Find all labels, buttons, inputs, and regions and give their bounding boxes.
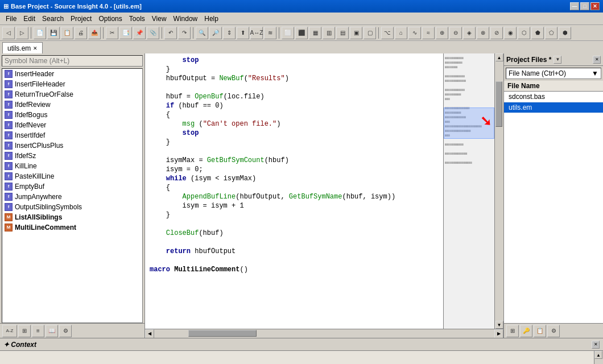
toolbar-btn-22[interactable]: ∿	[408, 27, 421, 39]
toolbar-btn-save[interactable]: 💾	[47, 27, 60, 39]
toolbar-btn-cut[interactable]: ✂	[106, 27, 118, 39]
hscroll-left[interactable]: ◀	[145, 329, 154, 338]
menu-search[interactable]: Search	[39, 14, 67, 24]
toolbar-btn-24[interactable]: ⊕	[436, 27, 448, 39]
project-file-dropdown[interactable]: File Name (Ctrl+O) ▼	[506, 68, 601, 79]
menu-options[interactable]: Options	[95, 14, 125, 24]
menu-window[interactable]: Window	[170, 14, 201, 24]
vscroll-up[interactable]: ▲	[495, 53, 503, 61]
app-icon: ⊞	[3, 3, 9, 10]
toolbar-btn-27[interactable]: ⊗	[477, 27, 489, 39]
toolbar-btn-13[interactable]: ⬜	[282, 27, 294, 39]
editor-vscrollbar[interactable]: ▲ ▼	[494, 53, 503, 329]
toolbar-btn-11[interactable]: A↔Z	[250, 27, 263, 39]
toolbar-btn-30[interactable]: ⬡	[518, 27, 530, 39]
proj-btn-3[interactable]: 📋	[534, 325, 546, 337]
toolbar-btn-3[interactable]: 📋	[61, 27, 73, 39]
sym-btn-2[interactable]: ≡	[32, 325, 44, 337]
sym-btn-4[interactable]: ⚙	[59, 325, 72, 337]
toolbar-btn-5[interactable]: 📤	[88, 27, 101, 39]
symbol-search-input[interactable]	[2, 56, 142, 66]
project-panel-menu[interactable]: ▼	[554, 56, 561, 64]
toolbar-btn-open[interactable]: 📄	[34, 27, 46, 39]
sym-btn-1[interactable]: ⊞	[18, 325, 31, 337]
toolbar-btn-10[interactable]: ⬆	[237, 27, 249, 39]
tab-utils-em[interactable]: utils.em ✕	[2, 42, 43, 53]
project-panel-close[interactable]: ✕	[593, 56, 601, 64]
symbol-search-box[interactable]	[2, 55, 143, 67]
symbol-item[interactable]: fInsertIfdef	[2, 130, 142, 140]
vscroll-thumb[interactable]	[495, 81, 502, 127]
hscroll-right[interactable]: ▶	[494, 329, 503, 338]
symbol-item[interactable]: fInsertHeader	[2, 69, 142, 79]
symbol-item[interactable]: fIfdefNever	[2, 120, 142, 130]
menu-file[interactable]: File	[2, 14, 20, 24]
toolbar-btn-1[interactable]: ◁	[2, 27, 15, 39]
symbol-item[interactable]: MMultiLineComment	[2, 222, 142, 233]
symbol-item[interactable]: fEmptyBuf	[2, 181, 142, 192]
symbol-item[interactable]: fIfdefSz	[2, 151, 142, 161]
toolbar-btn-29[interactable]: ◉	[504, 27, 517, 39]
toolbar-btn-12[interactable]: ≋	[264, 27, 276, 39]
symbol-item[interactable]: fIfdefReview	[2, 100, 142, 110]
minimize-button[interactable]: —	[570, 2, 579, 10]
menu-project[interactable]: Project	[67, 14, 95, 24]
proj-btn-4[interactable]: ⚙	[547, 325, 560, 337]
symbol-item[interactable]: MListAllSiblings	[2, 212, 142, 222]
menu-edit[interactable]: Edit	[20, 14, 39, 24]
maximize-button[interactable]: □	[580, 2, 589, 10]
context-vscrollbar[interactable]: ▲ ▼	[594, 351, 603, 364]
file-item-utils[interactable]: utils.em	[504, 102, 603, 113]
symbol-item[interactable]: fKillLine	[2, 161, 142, 171]
toolbar-btn-15[interactable]: ▦	[309, 27, 321, 39]
symbol-item[interactable]: fReturnTrueOrFalse	[2, 89, 142, 100]
sym-az-btn[interactable]: A-Z	[2, 325, 17, 337]
toolbar-btn-copy[interactable]: 📑	[119, 27, 132, 39]
toolbar-btn-20[interactable]: ⌥	[381, 27, 394, 39]
toolbar-btn-28[interactable]: ⊘	[490, 27, 503, 39]
menu-view[interactable]: View	[148, 14, 170, 24]
context-close-button[interactable]: ✕	[592, 341, 600, 349]
symbol-item[interactable]: fInsertCPlusPlus	[2, 140, 142, 151]
toolbar-btn-9[interactable]: ⇕	[223, 27, 236, 39]
symbol-item[interactable]: fPasteKillLine	[2, 171, 142, 181]
menu-help[interactable]: Help	[201, 14, 222, 24]
toolbar-btn-33[interactable]: ⬢	[559, 27, 571, 39]
symbol-item[interactable]: fInsertFileHeader	[2, 79, 142, 89]
toolbar-btn-2[interactable]: ▷	[16, 27, 28, 39]
toolbar-btn-redo[interactable]: ↷	[178, 27, 191, 39]
toolbar-btn-25[interactable]: ⊖	[449, 27, 462, 39]
menu-tools[interactable]: Tools	[126, 14, 148, 24]
toolbar-btn-7[interactable]: 🔍	[196, 27, 208, 39]
toolbar-btn-21[interactable]: ⌂	[395, 27, 407, 39]
sym-btn-3[interactable]: 📖	[46, 325, 58, 337]
symbol-item[interactable]: fJumpAnywhere	[2, 192, 142, 202]
hscroll-thumb[interactable]	[188, 330, 257, 337]
editor-hscrollbar[interactable]: ◀ ▶	[145, 329, 503, 338]
toolbar-btn-14[interactable]: ⬛	[295, 27, 308, 39]
tab-close-button[interactable]: ✕	[33, 46, 38, 51]
symbol-item[interactable]: fOutputSiblingSymbols	[2, 202, 142, 212]
toolbar-btn-8[interactable]: 🔎	[209, 27, 222, 39]
toolbar-btn-16[interactable]: ▥	[323, 27, 335, 39]
toolbar-btn-19[interactable]: ▢	[364, 27, 376, 39]
symbol-type-icon: f	[5, 162, 13, 170]
ctx-vscroll-up[interactable]: ▲	[594, 351, 602, 359]
toolbar-btn-18[interactable]: ▣	[350, 27, 362, 39]
toolbar-btn-paste[interactable]: 📌	[133, 27, 146, 39]
code-lines[interactable]: stop } hbufOutput = NewBuf("Results") hb…	[145, 53, 443, 329]
toolbar-btn-undo[interactable]: ↶	[164, 27, 177, 39]
file-item-sdconst[interactable]: sdconst.bas	[504, 92, 603, 102]
vscroll-down[interactable]: ▼	[495, 321, 503, 329]
toolbar-btn-6[interactable]: 📎	[147, 27, 159, 39]
proj-btn-1[interactable]: ⊞	[506, 325, 519, 337]
close-button[interactable]: ✕	[590, 2, 600, 10]
toolbar-btn-32[interactable]: ⬠	[545, 27, 557, 39]
proj-btn-2[interactable]: 🔑	[520, 325, 532, 337]
symbol-item[interactable]: fIfdefBogus	[2, 110, 142, 120]
toolbar-btn-31[interactable]: ⬟	[531, 27, 544, 39]
toolbar-btn-23[interactable]: ≈	[422, 27, 435, 39]
toolbar-btn-17[interactable]: ▤	[336, 27, 349, 39]
toolbar-btn-26[interactable]: ◈	[463, 27, 476, 39]
toolbar-btn-4[interactable]: 🖨	[75, 27, 87, 39]
